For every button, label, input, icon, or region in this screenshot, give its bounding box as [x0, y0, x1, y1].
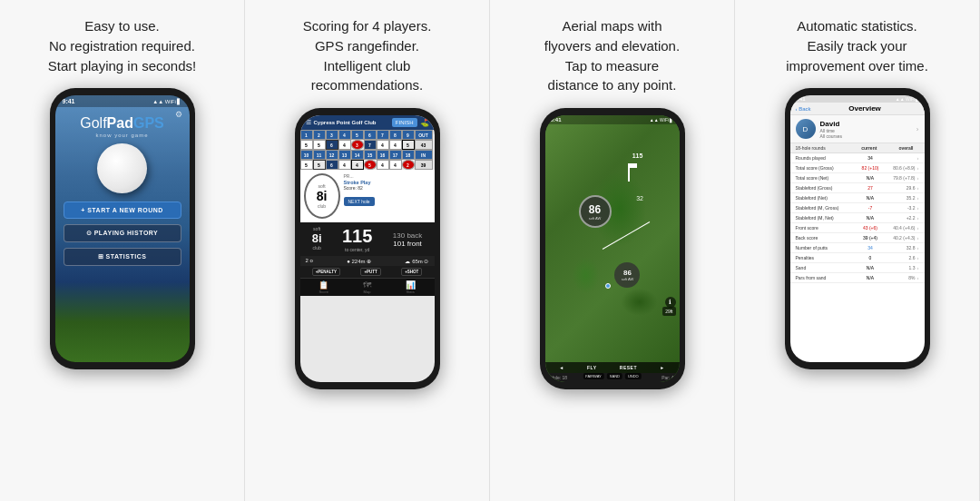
username: David [820, 120, 912, 128]
club-section: soft 8i club PR... Stroke Play Score: 82… [300, 170, 435, 222]
distance-badge-secondary: 86 soft AW [614, 262, 640, 288]
golfpad-logo: GolfPadGPS know your game [80, 115, 163, 138]
phone-4: 9:41 ▲▲ WiFi ▋ ‹ Back Overview D David A… [785, 88, 930, 369]
logo-tagline: know your game [80, 133, 163, 138]
reset-button[interactable]: RESET [620, 365, 637, 370]
row-total-net[interactable]: Total score (Net) N/A 79.8 (+7.8) › [790, 173, 925, 183]
hole-info-bar: 2 o ● 224m ⊕ ☁ 65m ⊙ [300, 256, 435, 266]
row-total-gross[interactable]: Total score (Gross) 82 (+10) 80.6 (+8.9)… [790, 163, 925, 173]
player-position [605, 283, 611, 289]
screen-scorecard: ☰ Cypress Point Golf Club FINISH ⛳ 1 2 3… [300, 115, 435, 382]
holes-front-row: 1 2 3 4 5 6 7 8 9 OUT [300, 130, 435, 140]
panel-4: Automatic statistics. Easily track your … [735, 0, 980, 501]
phone-1: 9:41 ▲▲ WiFi ▋ ⚙ GolfPadGPS know your ga… [50, 88, 195, 369]
col-overall: overall [884, 145, 914, 151]
flag-marker [628, 163, 630, 182]
main-distance: 115 to center, yd [342, 226, 372, 252]
info-button[interactable]: ℹ [665, 297, 676, 308]
scores-front-row: 5 5 6 4 3 7 4 4 5 43 [300, 140, 435, 150]
status-time: 9:41 [63, 98, 75, 104]
screen-map: 9:41 ▲▲ WiFi ▋ 86 soft AW 86 soft AW 115… [545, 115, 680, 382]
row-sand[interactable]: Sand N/A 1.3 › [790, 263, 925, 273]
row-penalties[interactable]: Penalties 0 2.6 › [790, 253, 925, 263]
nav-scorecard[interactable]: 📋 Score [318, 280, 328, 294]
putt-button[interactable]: +PUTT [360, 268, 380, 276]
penalty-bar: +PENALTY +PUTT +SHOT [300, 266, 435, 278]
stats-header: ‹ Back Overview [790, 103, 925, 115]
club-left: soft 8i club [312, 226, 322, 252]
finish-button[interactable]: FINISH [392, 118, 417, 127]
phone-3: 9:41 ▲▲ WiFi ▋ 86 soft AW 86 soft AW 115… [540, 108, 685, 389]
forward-arrow[interactable]: ► [660, 365, 664, 370]
nav-stats2[interactable]: 📊 Stats [406, 280, 416, 294]
back-front-dist: 130 back 101 front [393, 226, 422, 252]
row-stableford-m-net[interactable]: Stableford (M, Net) N/A +2.2 › [790, 213, 925, 223]
club-oval: soft 8i club [304, 173, 340, 219]
panel4-tagline: Automatic statistics. Easily track your … [786, 16, 928, 75]
nav-map[interactable]: 🗺 Map [363, 280, 371, 294]
row-pars-from-sand[interactable]: Pars from sand N/A 8% › [790, 273, 925, 283]
row-front-score[interactable]: Front score 43 (+6) 40.4 (+4.6) › [790, 223, 925, 233]
row-putts[interactable]: Number of putts 34 32.8 › [790, 243, 925, 253]
fly-button[interactable]: FLY [587, 365, 596, 370]
map-controls: ◄ FLY RESET ► [545, 362, 680, 373]
dist-32: 32 [636, 195, 643, 201]
row-back-score[interactable]: Back score 39 (+4) 40.2 (+4.3) › [790, 233, 925, 243]
user-avatar: D [796, 119, 816, 139]
hole-1: 1 [300, 130, 313, 140]
flag-icon: ⛳ [420, 119, 429, 127]
map-bottom-bar: FAIRWAY SAND UNDO ◄ FLY RESET ► Hole: 18 [545, 362, 680, 382]
dist-115: 115 [632, 152, 643, 159]
overview-title: Overview [848, 104, 881, 113]
gear-icon[interactable]: ⚙ [175, 110, 182, 119]
user-info: David All time All courses [820, 120, 912, 139]
holes-back-row: 10 11 12 13 14 15 16 17 18 IN [300, 150, 435, 160]
user-courses: All courses [820, 133, 912, 139]
user-chevron[interactable]: › [916, 125, 919, 133]
distance-badge-86: 86 soft AW [579, 195, 612, 228]
fairway-info: FAIRWAY SAND UNDO [583, 373, 641, 379]
row-rounds-played[interactable]: Rounds played 34 › [790, 153, 925, 163]
aerial-map[interactable]: 9:41 ▲▲ WiFi ▋ 86 soft AW 86 soft AW 115… [545, 115, 680, 382]
playing-history-button[interactable]: ⊙ PLAYING HISTORY [64, 224, 181, 242]
stroke-info: PR... Stroke Play Score: 82 NEXT hole [344, 173, 431, 219]
map-status-bar: 9:41 ▲▲ WiFi ▋ [545, 115, 680, 124]
panel-1: Easy to use. No registration required. S… [0, 0, 245, 501]
row-stableford-net[interactable]: Stableford (Net) N/A 35.2 › [790, 193, 925, 203]
phone-2: ☰ Cypress Point Golf Club FINISH ⛳ 1 2 3… [295, 108, 440, 389]
bottom-nav-scorecard: 📋 Score 🗺 Map 📊 Stats [300, 278, 435, 296]
distance-line [602, 221, 649, 250]
back-arrow[interactable]: ◄ [559, 365, 564, 370]
statistics-button[interactable]: ⊞ STATISTICS [64, 248, 181, 266]
shot-button[interactable]: +SHOT [401, 268, 422, 276]
penalty-button[interactable]: +PENALTY [312, 268, 340, 276]
panel3-tagline: Aerial maps with flyovers and elevation.… [544, 16, 680, 95]
hole-2: 2 [313, 130, 326, 140]
row-stableford-m-gross[interactable]: Stableford (M, Gross) -7 -3.2 › [790, 203, 925, 213]
hole-8: 8 [389, 130, 402, 140]
out-label: OUT [415, 130, 433, 140]
status-icons: ▲▲ WiFi ▋ [152, 98, 181, 104]
hole-7: 7 [377, 130, 389, 140]
panel-2: Scoring for 4 players. GPS rangefinder. … [245, 0, 490, 501]
hole-5: 5 [351, 130, 364, 140]
menu-icon[interactable]: ☰ [306, 119, 311, 126]
in-label: IN [415, 150, 433, 160]
screen-golfpad: 9:41 ▲▲ WiFi ▋ ⚙ GolfPadGPS know your ga… [55, 95, 190, 362]
next-hole-button[interactable]: NEXT hole [344, 197, 375, 206]
col-label: 18-hole rounds [796, 145, 855, 151]
distances-section: soft 8i club 115 to center, yd 130 back … [300, 222, 435, 256]
screen-stats: 9:41 ▲▲ WiFi ▋ ‹ Back Overview D David A… [790, 95, 925, 362]
golf-ball [97, 143, 147, 193]
panel-3: Aerial maps with flyovers and elevation.… [490, 0, 735, 501]
panel2-tagline: Scoring for 4 players. GPS rangefinder. … [303, 16, 432, 95]
hole-4: 4 [338, 130, 351, 140]
hole-6: 6 [364, 130, 377, 140]
panel1-tagline: Easy to use. No registration required. S… [48, 16, 196, 75]
scores-back-row: 5 5 6 4 4 5 4 4 2 39 [300, 160, 435, 170]
back-button[interactable]: ‹ Back [796, 106, 811, 112]
column-headers: 18-hole rounds current overall [790, 143, 925, 153]
start-round-button[interactable]: + START A NEW ROUND [64, 201, 181, 219]
hole-3: 3 [326, 130, 338, 140]
row-stableford-gross[interactable]: Stableford (Gross) 27 29.6 › [790, 183, 925, 193]
